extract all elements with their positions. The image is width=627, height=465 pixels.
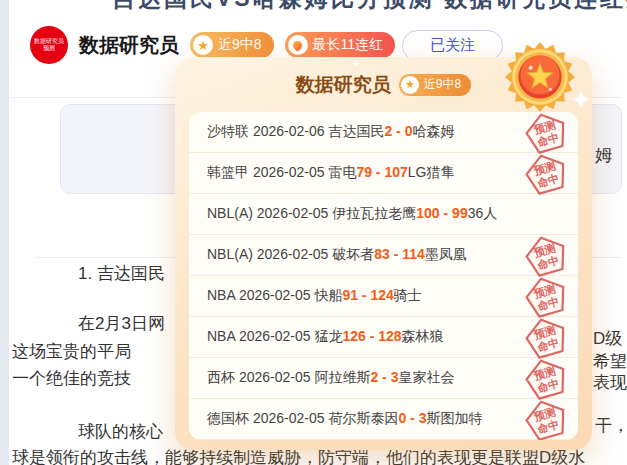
prediction-row[interactable]: 德国杯 2026-02-05 荷尔斯泰因0 - 3斯图加特 预测 命中	[189, 398, 578, 439]
match-score: 83 - 114	[374, 246, 425, 262]
match-info: 沙特联 2026-02-06 吉达国民	[207, 123, 384, 139]
clipped-article-title: 吉达国民VS哈森姆比分预测 数据研究员连红推荐分析	[112, 0, 627, 14]
popup-badge-recent: ★ 近9中8	[399, 74, 471, 96]
match-info: 韩篮甲 2026-02-05 雷电	[207, 164, 356, 180]
prediction-list: 沙特联 2026-02-06 吉达国民2 - 0哈森姆 预测 命中 韩篮甲 20…	[189, 112, 578, 440]
sparkle-icon: ✦	[571, 88, 591, 112]
prediction-row[interactable]: NBL(A) 2026-02-05 伊拉瓦拉老鹰100 - 9936人	[189, 193, 578, 234]
article-line: 球队的核心	[78, 420, 163, 443]
avatar-text: 数据研究员	[34, 38, 64, 45]
match-info: 西杯 2026-02-05 阿拉维斯	[207, 369, 370, 385]
article-line: 这场宝贵的平局	[12, 340, 131, 363]
expert-record-popup: 数据研究员 ★ 近9中8 沙特联 2026-02-06 吉达国民2 - 0哈森姆…	[175, 57, 592, 450]
match-score: 0 - 3	[398, 410, 426, 426]
match-away: 皇家社会	[398, 369, 454, 385]
match-away: 森林狼	[402, 328, 444, 344]
match-away: 墨凤凰	[425, 246, 467, 262]
badge-recent-label: 近9中8	[218, 36, 262, 54]
prediction-row[interactable]: 沙特联 2026-02-06 吉达国民2 - 0哈森姆 预测 命中	[189, 112, 578, 152]
match-away: 哈森姆	[412, 123, 454, 139]
article-fragment: 希望	[593, 350, 627, 373]
prediction-row[interactable]: Euro 2026-02-05 博洛尼亚维图斯70 - 80里昂 预测 命中	[189, 439, 578, 440]
match-info: NBA 2026-02-05 猛龙	[207, 328, 342, 344]
article-fragment: 表现	[593, 371, 627, 394]
article-fragment: 姆	[595, 144, 612, 167]
gold-medal-icon	[504, 41, 576, 113]
star-icon: ★	[401, 76, 419, 94]
article-line: 1. 吉达国民	[78, 262, 165, 285]
prediction-row[interactable]: 西杯 2026-02-05 阿拉维斯2 - 3皇家社会 预测 命中	[189, 357, 578, 398]
hit-stamp-icon: 预测 命中	[524, 112, 568, 152]
article-line: 一个绝佳的竞技	[12, 367, 131, 390]
article-fragment: 干，	[595, 414, 627, 437]
article-line: 在2月3日网	[78, 312, 165, 335]
prediction-row[interactable]: NBA 2026-02-05 快船91 - 124骑士 预测 命中	[189, 275, 578, 316]
badge-streak-label: 最长11连红	[313, 36, 384, 54]
popup-badge-label: 近9中8	[424, 76, 461, 93]
match-away: LG猎隼	[408, 164, 455, 180]
star-icon: ★	[193, 35, 213, 55]
prediction-row[interactable]: NBA 2026-02-05 猛龙126 - 128森林狼 预测 命中	[189, 316, 578, 357]
article-fragment: D级	[593, 327, 622, 350]
flame-icon	[288, 35, 308, 55]
match-info: 德国杯 2026-02-05 荷尔斯泰因	[207, 410, 398, 426]
match-score: 79 - 107	[356, 164, 407, 180]
sparkle-icon: ✦	[601, 60, 611, 72]
prediction-row[interactable]: NBL(A) 2026-02-05 破坏者83 - 114墨凤凰 预测 命中	[189, 234, 578, 275]
hit-stamp-icon: 预测 命中	[524, 358, 568, 398]
hit-stamp-icon: 预测 命中	[524, 317, 568, 357]
badge-longest-streak: 最长11连红	[285, 32, 396, 58]
page-gutter	[0, 0, 9, 465]
match-score: 2 - 3	[370, 369, 398, 385]
match-info: NBA 2026-02-05 快船	[207, 287, 342, 303]
hit-stamp-icon: 预测 命中	[524, 276, 568, 316]
match-away: 36人	[468, 205, 498, 221]
match-away: 骑士	[394, 287, 422, 303]
match-away: 斯图加特	[426, 410, 482, 426]
badge-recent-record: ★ 近9中8	[190, 32, 274, 58]
match-score: 2 - 0	[384, 123, 412, 139]
match-score: 91 - 124	[342, 287, 393, 303]
match-info: NBL(A) 2026-02-05 破坏者	[207, 246, 374, 262]
expert-avatar[interactable]: 数据研究员 预测	[30, 26, 68, 64]
prediction-row[interactable]: 韩篮甲 2026-02-05 雷电79 - 107LG猎隼 预测 命中	[189, 152, 578, 193]
expert-name[interactable]: 数据研究员	[79, 32, 179, 59]
avatar-text: 预测	[43, 45, 55, 52]
hit-stamp-icon: 预测 命中	[524, 235, 568, 275]
match-info: NBL(A) 2026-02-05 伊拉瓦拉老鹰	[207, 205, 416, 221]
hit-stamp-icon: 预测 命中	[524, 399, 568, 439]
sparkle-icon: ✦	[352, 59, 360, 69]
match-score: 126 - 128	[342, 328, 401, 344]
match-score: 100 - 99	[416, 205, 467, 221]
hit-stamp-icon: 预测 命中	[524, 153, 568, 193]
popup-title: 数据研究员	[296, 72, 391, 98]
